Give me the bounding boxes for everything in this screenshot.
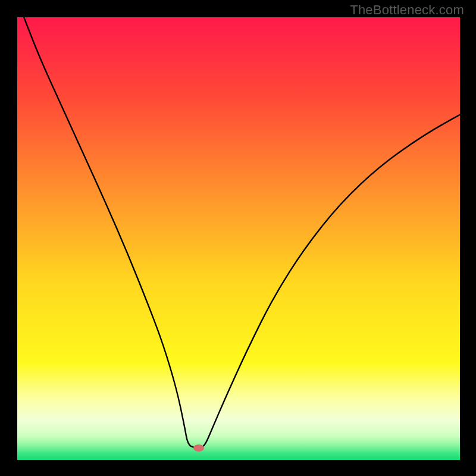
watermark-text: TheBottleneck.com [350,2,464,18]
bottleneck-chart [0,0,476,476]
optimal-marker [193,444,204,452]
svg-rect-0 [17,17,460,460]
chart-container: TheBottleneck.com [0,0,476,476]
